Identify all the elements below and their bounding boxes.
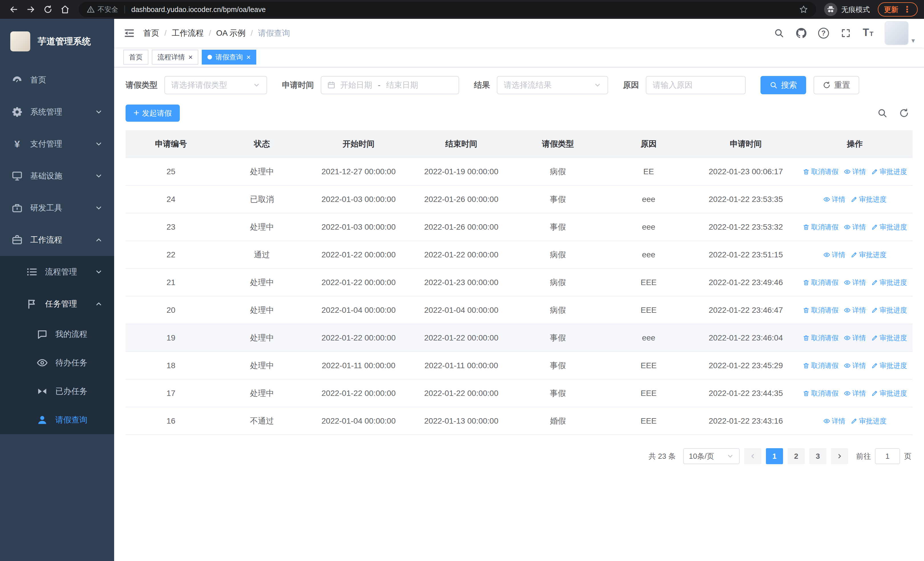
cancel-leave-link[interactable]: 取消请假 — [803, 167, 838, 176]
cancel-leave-link[interactable]: 取消请假 — [803, 305, 838, 315]
sidebar-item-home[interactable]: 首页 — [0, 64, 114, 96]
action-label: 详情 — [852, 389, 866, 398]
approval-progress-link[interactable]: 审批进度 — [871, 389, 907, 398]
apply-time-range-picker[interactable]: 开始日期 - 结束日期 — [321, 76, 459, 94]
cell-end: 2022-01-26 00:00:00 — [410, 213, 513, 241]
sidebar-item-payment[interactable]: ¥支付管理 — [0, 128, 114, 160]
detail-link[interactable]: 详情 — [823, 250, 846, 259]
sidebar-item-leave-query[interactable]: 请假查询 — [0, 406, 114, 434]
detail-link[interactable]: 详情 — [823, 195, 846, 204]
eye-icon — [844, 224, 850, 230]
reason-input[interactable] — [646, 76, 746, 94]
action-label: 详情 — [852, 361, 866, 370]
security-warning-label: 不安全 — [98, 5, 118, 14]
app-logo[interactable]: 芋道管理系统 — [0, 19, 114, 64]
next-page-button[interactable] — [831, 448, 848, 464]
tab-process-detail[interactable]: 流程详情× — [152, 50, 198, 65]
pagination: 共 23 条 10条/页 123 前往 页 — [126, 448, 913, 464]
sidebar-item-done-tasks[interactable]: 已办任务 — [0, 377, 114, 406]
sidebar-item-workflow[interactable]: 工作流程 — [0, 224, 114, 256]
approval-progress-link[interactable]: 审批进度 — [850, 250, 886, 259]
browser-home-button[interactable] — [58, 2, 72, 17]
page-button-2[interactable]: 2 — [788, 448, 805, 464]
toggle-search-button[interactable] — [877, 108, 888, 118]
help-icon[interactable]: ? — [818, 27, 829, 39]
browser-reload-button[interactable] — [40, 2, 56, 17]
detail-link[interactable]: 详情 — [844, 361, 866, 370]
eye-icon — [823, 418, 830, 424]
sidebar-item-my-process[interactable]: 我的流程 — [0, 320, 114, 349]
detail-link[interactable]: 详情 — [844, 278, 866, 287]
cell-start: 2022-01-11 00:00:00 — [308, 352, 410, 379]
page-button-1[interactable]: 1 — [766, 448, 783, 464]
search-icon[interactable] — [773, 27, 785, 39]
gear-icon — [11, 106, 23, 118]
approval-progress-link[interactable]: 审批进度 — [871, 278, 907, 287]
trash-icon — [803, 224, 810, 230]
approval-progress-link[interactable]: 审批进度 — [871, 223, 907, 232]
tab-leave-query[interactable]: 请假查询× — [202, 50, 256, 65]
user-avatar[interactable]: ▾ — [885, 21, 915, 45]
detail-link[interactable]: 详情 — [844, 333, 866, 343]
reset-button[interactable]: 重置 — [814, 76, 859, 94]
browser-back-button[interactable] — [6, 2, 21, 17]
page-button-3[interactable]: 3 — [809, 448, 826, 464]
prev-page-button[interactable] — [744, 448, 761, 464]
chrome-update-button[interactable]: 更新 ⋮ — [878, 2, 918, 17]
sidebar-item-devtools[interactable]: 研发工具 — [0, 192, 114, 224]
cancel-leave-link[interactable]: 取消请假 — [803, 361, 838, 370]
sidebar-fold-icon[interactable] — [123, 27, 135, 39]
cancel-leave-link[interactable]: 取消请假 — [803, 278, 838, 287]
detail-link[interactable]: 详情 — [844, 223, 866, 232]
page-size-select[interactable]: 10条/页 — [683, 448, 740, 464]
sidebar-item-process-mgmt[interactable]: 流程管理 — [0, 256, 114, 288]
cell-applied: 2022-01-22 23:53:32 — [694, 213, 797, 241]
cell-start: 2022-01-22 00:00:00 — [308, 324, 410, 352]
sidebar-item-system[interactable]: 系统管理 — [0, 96, 114, 128]
breadcrumb-item[interactable]: 首页 — [143, 28, 159, 39]
refresh-table-button[interactable] — [899, 108, 909, 118]
leave-type-select[interactable]: 请选择请假类型 — [164, 76, 267, 94]
browser-forward-button[interactable] — [23, 2, 38, 17]
cancel-leave-link[interactable]: 取消请假 — [803, 223, 838, 232]
approval-progress-link[interactable]: 审批进度 — [871, 361, 907, 370]
approval-progress-link[interactable]: 审批进度 — [871, 167, 907, 176]
close-tab-icon[interactable]: × — [188, 53, 193, 61]
security-warning[interactable]: 不安全 — [87, 5, 118, 14]
browser-menu-icon[interactable]: ⋮ — [903, 5, 912, 14]
sidebar-item-infrastructure[interactable]: 基础设施 — [0, 160, 114, 192]
tab-home[interactable]: 首页 — [123, 50, 148, 65]
detail-link[interactable]: 详情 — [844, 389, 866, 398]
sidebar-item-todo-tasks[interactable]: 待办任务 — [0, 349, 114, 377]
detail-link[interactable]: 详情 — [844, 167, 866, 176]
plus-icon: + — [134, 108, 139, 117]
cell-status: 通过 — [216, 241, 308, 269]
address-bar[interactable]: 不安全 dashboard.yudao.iocoder.cn/bpm/oa/le… — [79, 2, 816, 17]
bookmark-star-icon[interactable] — [799, 5, 808, 14]
font-size-icon[interactable]: TT — [862, 27, 874, 39]
search-button[interactable]: 搜索 — [760, 76, 806, 94]
approval-progress-link[interactable]: 审批进度 — [871, 333, 907, 343]
cancel-leave-link[interactable]: 取消请假 — [803, 389, 838, 398]
breadcrumb-item[interactable]: OA 示例 — [216, 28, 246, 39]
cancel-leave-link[interactable]: 取消请假 — [803, 333, 838, 343]
detail-link[interactable]: 详情 — [844, 305, 866, 315]
approval-progress-link[interactable]: 审批进度 — [850, 195, 886, 204]
github-icon[interactable] — [796, 27, 807, 39]
table-row: 19处理中2022-01-22 00:00:002022-01-22 00:00… — [126, 324, 913, 352]
detail-link[interactable]: 详情 — [823, 417, 846, 426]
page-url: dashboard.yudao.iocoder.cn/bpm/oa/leave — [131, 5, 266, 14]
sidebar-item-task-mgmt[interactable]: 任务管理 — [0, 288, 114, 320]
action-label: 详情 — [852, 333, 866, 343]
create-leave-button[interactable]: + 发起请假 — [126, 105, 180, 122]
breadcrumb-item[interactable]: 工作流程 — [172, 28, 204, 39]
cell-start: 2021-12-27 00:00:00 — [308, 158, 410, 185]
approval-progress-link[interactable]: 审批进度 — [850, 417, 886, 426]
approval-progress-link[interactable]: 审批进度 — [871, 305, 907, 315]
reset-button-label: 重置 — [834, 80, 850, 90]
goto-page-input[interactable] — [875, 448, 900, 464]
result-select[interactable]: 请选择流结果 — [497, 76, 608, 94]
fullscreen-icon[interactable] — [840, 27, 852, 39]
cell-reason: eee — [603, 324, 694, 352]
close-tab-icon[interactable]: × — [246, 53, 250, 61]
